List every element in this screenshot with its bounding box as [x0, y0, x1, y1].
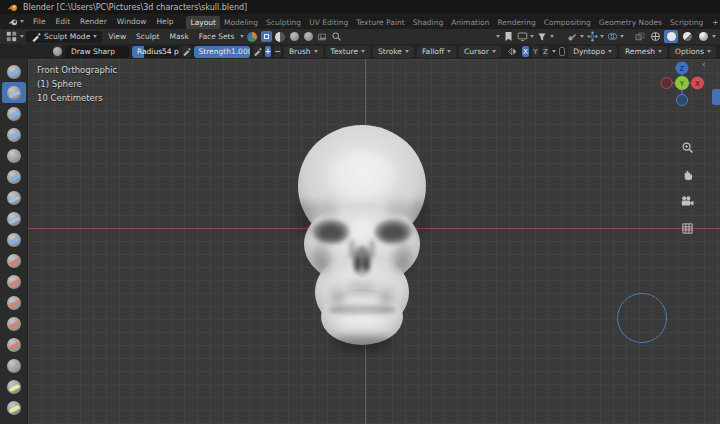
brush-clay[interactable]	[2, 103, 26, 124]
workspace-tab-scripting[interactable]: Scripting	[666, 16, 707, 29]
filter-funnel-icon[interactable]	[536, 31, 548, 43]
brush-clay-thumb[interactable]	[2, 145, 26, 166]
chevron-down-icon[interactable]	[552, 50, 556, 53]
remesh-panel-dropdown[interactable]: Remesh	[620, 46, 667, 58]
stroke-panel-dropdown[interactable]: Stroke	[373, 46, 414, 58]
3d-viewport[interactable]: Front Orthographic (1) Sphere 10 Centime…	[28, 59, 720, 424]
strength-pressure-icon[interactable]	[253, 46, 262, 57]
normal-sphere-icon[interactable]	[302, 31, 314, 43]
chevron-down-icon[interactable]	[580, 35, 584, 38]
workspace-tab-layout[interactable]: Layout	[186, 16, 220, 29]
overlays-toggle-icon[interactable]	[606, 31, 618, 43]
gizmo-minus-z[interactable]	[677, 95, 688, 106]
chevron-down-icon[interactable]	[620, 35, 624, 38]
matcap-sphere-icon[interactable]	[274, 31, 286, 43]
brush-draw[interactable]	[2, 61, 26, 82]
brush-multiplane-scrape[interactable]	[2, 313, 26, 334]
chevron-down-icon[interactable]	[712, 35, 716, 38]
dyntopo-panel-dropdown[interactable]: Dyntopo	[568, 46, 617, 58]
radius-slider[interactable]: Radius 54 px	[132, 46, 179, 58]
menu-view[interactable]: View	[104, 32, 130, 41]
falloff-panel-dropdown[interactable]: Falloff	[417, 46, 456, 58]
brush-preview-button[interactable]	[53, 45, 62, 58]
menu-window[interactable]: Window	[112, 17, 152, 26]
shading-rendered-button[interactable]	[696, 30, 710, 43]
symmetry-x-button[interactable]: X	[522, 46, 529, 57]
add-direction-button[interactable]: +	[265, 46, 272, 57]
menu-render[interactable]: Render	[75, 17, 112, 26]
workspace-tab-sculpting[interactable]: Sculpting	[262, 16, 305, 29]
chevron-down-icon[interactable]	[530, 35, 534, 38]
chevron-down-icon[interactable]	[496, 35, 500, 38]
zoom-icon[interactable]	[679, 139, 695, 155]
brush-draw-sharp[interactable]	[2, 82, 26, 103]
workspace-tab-shading[interactable]: Shading	[409, 16, 447, 29]
gizmos-toggle-icon[interactable]	[586, 31, 598, 43]
shading-material-button[interactable]	[680, 30, 694, 43]
menu-help[interactable]: Help	[151, 17, 178, 26]
cursor-panel-dropdown[interactable]: Cursor	[459, 46, 501, 58]
shading-wireframe-button[interactable]	[648, 30, 662, 43]
menu-sculpt[interactable]: Sculpt	[132, 32, 163, 41]
brush-pinch[interactable]	[2, 334, 26, 355]
menu-edit[interactable]: Edit	[51, 17, 76, 26]
xray-toggle-icon[interactable]	[634, 31, 646, 43]
menu-face-sets[interactable]: Face Sets	[195, 32, 239, 41]
options-panel-dropdown[interactable]: Options	[670, 46, 716, 58]
active-tool-icon[interactable]	[566, 31, 578, 43]
chevron-down-icon[interactable]	[550, 35, 554, 38]
brush-snake-hook[interactable]	[2, 397, 26, 418]
chevron-down-icon[interactable]	[240, 35, 244, 38]
radius-pressure-icon[interactable]	[182, 46, 191, 57]
workspace-tab-texture-paint[interactable]: Texture Paint	[352, 16, 408, 29]
bookmark-icon[interactable]	[502, 31, 514, 43]
sidebar-toggle-arrow[interactable]: ‹	[702, 59, 706, 69]
active-brush-name[interactable]: Draw Sharp	[65, 46, 129, 58]
menu-mask[interactable]: Mask	[166, 32, 193, 41]
falloff-sphere-icon[interactable]	[288, 31, 300, 43]
chevron-down-icon[interactable]	[20, 35, 24, 38]
menu-file[interactable]: File	[28, 17, 51, 26]
blender-app-menu[interactable]	[4, 17, 28, 27]
mode-selector[interactable]: Sculpt Mode	[26, 31, 102, 43]
strength-slider[interactable]: Strength 1.000	[194, 46, 250, 58]
brush-flatten[interactable]	[2, 271, 26, 292]
gizmo-minus-x[interactable]	[661, 78, 672, 89]
editor-type-icon[interactable]	[4, 30, 18, 44]
camera-view-icon[interactable]	[679, 193, 695, 209]
move-hand-icon[interactable]	[679, 166, 695, 182]
workspace-tab-modeling[interactable]: Modeling	[220, 16, 262, 29]
sidebar-collapsed-tab[interactable]	[712, 89, 720, 105]
search-icon[interactable]	[330, 31, 342, 43]
subtract-direction-button[interactable]: −	[274, 46, 281, 57]
chevron-down-icon[interactable]	[600, 35, 604, 38]
navigation-gizmo[interactable]: Z X Y	[658, 59, 706, 109]
skull-model[interactable]	[28, 59, 720, 424]
texture-panel-dropdown[interactable]: Texture	[326, 46, 370, 58]
symmetry-y-button[interactable]: Y	[532, 46, 539, 57]
workspace-tab-rendering[interactable]: Rendering	[493, 16, 539, 29]
brush-inflate[interactable]	[2, 187, 26, 208]
brush-clay-strips[interactable]	[2, 124, 26, 145]
brush-layer[interactable]	[2, 166, 26, 187]
display-mode-icon[interactable]	[516, 31, 528, 43]
workspace-tab-uv-editing[interactable]: UV Editing	[305, 16, 352, 29]
brush-scrape[interactable]	[2, 292, 26, 313]
brush-smooth[interactable]	[2, 250, 26, 271]
workspace-tab-compositing[interactable]: Compositing	[540, 16, 595, 29]
face-sets-color-icon[interactable]	[246, 31, 258, 43]
workspace-tab-geometry-nodes[interactable]: Geometry Nodes	[595, 16, 666, 29]
shading-solid-button[interactable]	[664, 30, 678, 43]
toggle-grid-icon[interactable]	[679, 220, 695, 236]
workspace-tab-animation[interactable]: Animation	[447, 16, 493, 29]
viewport-toggle-active-icon[interactable]	[260, 31, 272, 43]
texture-slot-icon[interactable]	[316, 31, 328, 43]
add-workspace-button[interactable]: +	[707, 16, 720, 29]
brush-panel-dropdown[interactable]: Brush	[284, 46, 323, 58]
dyntopo-checkbox[interactable]	[559, 47, 565, 56]
brush-grab[interactable]	[2, 355, 26, 376]
brush-crease[interactable]	[2, 229, 26, 250]
brush-blob[interactable]	[2, 208, 26, 229]
symmetry-z-button[interactable]: Z	[542, 46, 549, 57]
brush-elastic-deform[interactable]	[2, 376, 26, 397]
